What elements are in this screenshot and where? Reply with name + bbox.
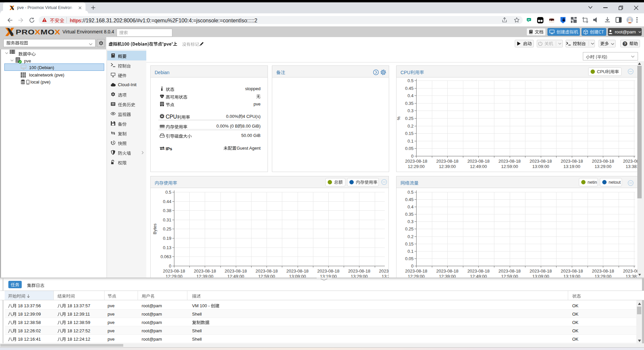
svg-text:2023-08-18: 2023-08-18: [623, 159, 638, 164]
svg-text:0.31: 0.31: [163, 217, 171, 222]
svg-text:13:29:00: 13:29:00: [595, 274, 612, 278]
svg-text:12:59:00: 12:59:00: [501, 274, 518, 278]
svg-text:2023-08-18: 2023-08-18: [436, 269, 459, 274]
svg-text:2023-08-18: 2023-08-18: [405, 159, 428, 164]
svg-text:0.3: 0.3: [408, 108, 414, 113]
svg-text:12:39:00: 12:39:00: [439, 164, 456, 169]
svg-text:%: %: [396, 116, 401, 120]
svg-text:0.25: 0.25: [405, 226, 414, 231]
svg-text:2023-08-18: 2023-08-18: [194, 269, 216, 274]
svg-text:13:38:00: 13:38:00: [626, 164, 638, 169]
svg-text:12:59:00: 12:59:00: [501, 164, 518, 169]
svg-text:13:29:00: 13:29:00: [595, 164, 612, 169]
svg-text:2023-08-18: 2023-08-18: [286, 269, 309, 274]
svg-text:2023-08-18: 2023-08-18: [467, 269, 490, 274]
svg-text:0.2: 0.2: [408, 124, 414, 129]
svg-text:0: 0: [411, 154, 414, 159]
svg-text:2023-08-18: 2023-08-18: [467, 159, 490, 164]
svg-text:2023-08-18: 2023-08-18: [498, 269, 521, 274]
svg-text:13:38:00: 13:38:00: [381, 274, 388, 278]
svg-text:0.35: 0.35: [405, 101, 414, 106]
svg-text:0.15: 0.15: [405, 131, 414, 136]
svg-text:0.38: 0.38: [163, 208, 171, 213]
svg-text:13:09:00: 13:09:00: [289, 274, 306, 278]
svg-text:0.3: 0.3: [408, 219, 414, 224]
svg-text:0.5: 0.5: [408, 78, 414, 83]
svg-text:2023-08-18: 2023-08-18: [623, 269, 638, 274]
svg-text:0: 0: [411, 264, 414, 269]
svg-text:12:49:00: 12:49:00: [470, 164, 487, 169]
svg-text:13:19:00: 13:19:00: [564, 274, 581, 278]
svg-text:2023-08-18: 2023-08-18: [530, 159, 552, 164]
svg-text:0.19: 0.19: [163, 236, 171, 241]
svg-text:0.4: 0.4: [408, 93, 414, 98]
svg-text:0.1: 0.1: [408, 249, 414, 254]
svg-text:2023-08-18: 2023-08-18: [561, 269, 583, 274]
svg-text:12:29:00: 12:29:00: [166, 274, 183, 278]
svg-text:2023-08-18: 2023-08-18: [225, 269, 247, 274]
svg-text:0.25: 0.25: [405, 116, 414, 121]
svg-text:0.15: 0.15: [405, 241, 414, 246]
svg-text:0.5: 0.5: [165, 190, 171, 195]
svg-text:13:09:00: 13:09:00: [532, 274, 549, 278]
svg-text:0.13: 0.13: [163, 245, 171, 250]
svg-text:13:38:00: 13:38:00: [626, 274, 638, 278]
svg-text:12:59:00: 12:59:00: [258, 274, 275, 278]
svg-text:2023-08-18: 2023-08-18: [561, 159, 583, 164]
svg-text:2023-08-18: 2023-08-18: [530, 269, 552, 274]
svg-text:2023-08-18: 2023-08-18: [317, 269, 340, 274]
svg-text:0.2: 0.2: [408, 234, 414, 239]
svg-text:13:19:00: 13:19:00: [564, 164, 581, 169]
svg-text:12:49:00: 12:49:00: [470, 274, 487, 278]
svg-text:12:39:00: 12:39:00: [196, 274, 213, 278]
svg-text:2023-08-18: 2023-08-18: [592, 269, 614, 274]
svg-text:0.05: 0.05: [405, 146, 414, 151]
svg-text:12:39:00: 12:39:00: [439, 274, 456, 278]
svg-text:2023-08-18: 2023-08-18: [256, 269, 278, 274]
svg-text:12:29:00: 12:29:00: [408, 274, 425, 278]
svg-text:2023-08-18: 2023-08-18: [436, 159, 459, 164]
svg-text:0.25: 0.25: [163, 226, 171, 231]
svg-text:0.44: 0.44: [163, 199, 171, 204]
svg-text:?: ?: [624, 42, 626, 45]
svg-text:0.45: 0.45: [405, 86, 414, 91]
svg-text:13:09:00: 13:09:00: [532, 164, 549, 169]
svg-text:0.35: 0.35: [405, 212, 414, 217]
svg-text:13:29:00: 13:29:00: [351, 274, 368, 278]
svg-text:0.4: 0.4: [408, 204, 414, 209]
svg-text:0.05: 0.05: [405, 256, 414, 261]
svg-text:0.45: 0.45: [405, 197, 414, 202]
svg-text:2023-08-18: 2023-08-18: [405, 269, 428, 274]
svg-text:12:29:00: 12:29:00: [408, 164, 425, 169]
svg-text:0.1: 0.1: [408, 139, 414, 144]
svg-text:2023-08-18: 2023-08-18: [498, 159, 521, 164]
svg-text:13:19:00: 13:19:00: [320, 274, 337, 278]
svg-text:2023-08-18: 2023-08-18: [379, 269, 388, 274]
svg-text:2023-08-18: 2023-08-18: [163, 269, 185, 274]
svg-text:12:49:00: 12:49:00: [227, 274, 244, 278]
svg-text:Bytes: Bytes: [152, 223, 157, 234]
svg-text:0.5: 0.5: [408, 190, 414, 195]
svg-text:2023-08-18: 2023-08-18: [592, 159, 614, 164]
svg-text:2023-08-18: 2023-08-18: [348, 269, 370, 274]
svg-text:0: 0: [169, 264, 171, 269]
svg-text:0.063: 0.063: [160, 254, 171, 259]
